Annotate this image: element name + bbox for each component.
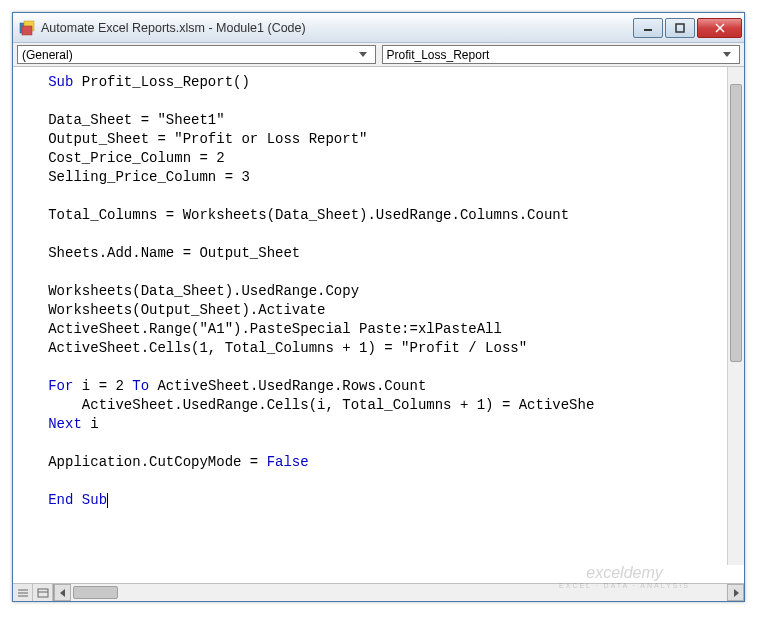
- dropdown-bar: (General) Profit_Loss_Report: [13, 43, 744, 67]
- procedure-dropdown[interactable]: Profit_Loss_Report: [382, 45, 741, 64]
- scrollbar-thumb[interactable]: [73, 586, 118, 599]
- scroll-right-button[interactable]: [727, 584, 744, 601]
- procedure-view-button[interactable]: [13, 584, 33, 601]
- titlebar[interactable]: Automate Excel Reports.xlsm - Module1 (C…: [13, 13, 744, 43]
- code-text: Cost_Price_Column = 2: [48, 150, 224, 166]
- close-button[interactable]: [697, 18, 742, 38]
- code-keyword: For: [48, 378, 82, 394]
- chevron-down-icon: [719, 52, 735, 58]
- code-text: Worksheets(Output_Sheet).Activate: [48, 302, 325, 318]
- code-editor[interactable]: Sub Profit_Loss_Report() Data_Sheet = "S…: [13, 67, 744, 583]
- code-text: Sheets.Add.Name = Output_Sheet: [48, 245, 300, 261]
- code-keyword: Sub: [48, 74, 82, 90]
- code-text: Output_Sheet = "Profit or Loss Report": [48, 131, 367, 147]
- code-keyword: Next: [48, 416, 90, 432]
- code-keyword: End Sub: [48, 492, 107, 508]
- minimize-button[interactable]: [633, 18, 663, 38]
- code-content[interactable]: Sub Profit_Loss_Report() Data_Sheet = "S…: [23, 73, 726, 563]
- object-dropdown[interactable]: (General): [17, 45, 376, 64]
- code-text: Selling_Price_Column = 3: [48, 169, 250, 185]
- window-controls: [633, 18, 744, 38]
- svg-rect-10: [38, 589, 48, 597]
- code-text: i: [90, 416, 98, 432]
- svg-rect-2: [22, 26, 32, 35]
- code-text: ActiveSheet.UsedRange.Rows.Count: [157, 378, 426, 394]
- code-keyword: False: [267, 454, 309, 470]
- horizontal-scrollbar[interactable]: [54, 584, 744, 601]
- procedure-dropdown-text: Profit_Loss_Report: [387, 48, 720, 62]
- chevron-down-icon: [355, 52, 371, 58]
- view-buttons: [13, 584, 54, 601]
- code-text: ActiveSheet.UsedRange.Cells(i, Total_Col…: [48, 397, 594, 413]
- code-text: Profit_Loss_Report(): [82, 74, 250, 90]
- code-text: i = 2: [82, 378, 132, 394]
- code-text: Data_Sheet = "Sheet1": [48, 112, 224, 128]
- object-dropdown-text: (General): [22, 48, 355, 62]
- code-window: Automate Excel Reports.xlsm - Module1 (C…: [12, 12, 745, 602]
- code-keyword: To: [132, 378, 157, 394]
- text-cursor: [107, 493, 108, 508]
- maximize-button[interactable]: [665, 18, 695, 38]
- vba-icon: [19, 20, 35, 36]
- code-text: ActiveSheet.Range("A1").PasteSpecial Pas…: [48, 321, 502, 337]
- code-text: Total_Columns = Worksheets(Data_Sheet).U…: [48, 207, 569, 223]
- scroll-left-button[interactable]: [54, 584, 71, 601]
- vertical-scrollbar[interactable]: [727, 67, 744, 565]
- full-module-view-button[interactable]: [33, 584, 53, 601]
- code-text: Application.CutCopyMode =: [48, 454, 266, 470]
- window-title: Automate Excel Reports.xlsm - Module1 (C…: [41, 21, 633, 35]
- code-text: ActiveSheet.Cells(1, Total_Columns + 1) …: [48, 340, 527, 356]
- scrollbar-thumb[interactable]: [730, 84, 742, 362]
- bottom-bar: [13, 583, 744, 601]
- svg-rect-4: [676, 24, 684, 32]
- scrollbar-track[interactable]: [728, 84, 744, 548]
- code-text: Worksheets(Data_Sheet).UsedRange.Copy: [48, 283, 359, 299]
